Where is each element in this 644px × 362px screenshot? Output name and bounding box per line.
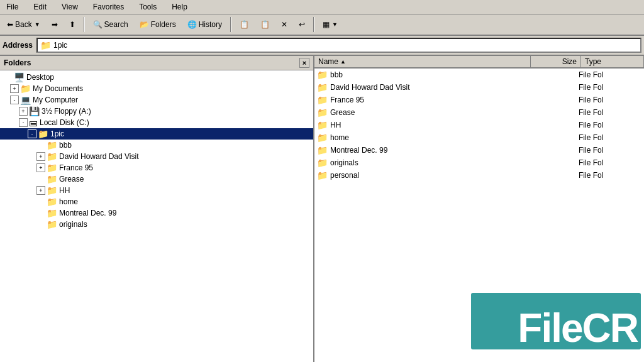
expand-local-disk[interactable]: - (19, 118, 28, 127)
tree-label-bbb: bbb (59, 141, 72, 150)
file-name-home: home (330, 133, 528, 142)
floppy-icon: 💾 (29, 106, 40, 116)
col-header-size[interactable]: Size (531, 56, 581, 67)
col-type-label: Type (585, 57, 601, 66)
file-row-montreal[interactable]: 📁 Montreal Dec. 99 File Fol (314, 144, 644, 156)
file-type-personal: File Fol (579, 171, 641, 180)
file-name-hh: HH (330, 121, 528, 129)
montreal-icon: 📁 (47, 208, 57, 218)
expand-hh[interactable]: + (36, 186, 45, 195)
toolbar: ⬅ Back ▼ ➡ ⬆ 🔍 Search 📂 Folders 🌐 Histor… (0, 14, 644, 36)
file-row-david-howard[interactable]: 📁 David Howard Dad Visit File Fol (314, 81, 644, 94)
tree-label-david-howard: David Howard Dad Visit (59, 152, 139, 161)
folder-panel-close-button[interactable]: × (299, 58, 309, 68)
file-icon-grease: 📁 (317, 107, 328, 118)
bbb-icon: 📁 (47, 140, 57, 150)
folder-panel-header: Folders × (0, 56, 313, 70)
col-header-name[interactable]: Name ▲ (314, 56, 531, 67)
tree-item-my-computer[interactable]: - 💻 My Computer (0, 94, 313, 106)
expand-floppy[interactable]: + (19, 107, 28, 116)
menu-help[interactable]: Help (168, 1, 191, 13)
file-name-france-95: France 95 (330, 96, 528, 104)
col-size-label: Size (562, 57, 577, 66)
my-computer-icon: 💻 (20, 95, 31, 105)
tree-item-bbb[interactable]: 📁 bbb (0, 140, 313, 151)
forward-button[interactable]: ➡ (47, 16, 62, 33)
tree-item-local-disk[interactable]: - 🖴 Local Disk (C:) (0, 117, 313, 128)
separator-3 (313, 17, 314, 32)
back-label: Back (15, 20, 32, 29)
expand-my-computer[interactable]: - (10, 96, 19, 104)
david-howard-icon: 📁 (47, 151, 57, 162)
file-row-france-95[interactable]: 📁 France 95 File Fol (314, 94, 644, 106)
file-type-grease: File Fol (579, 108, 641, 117)
file-type-home: File Fol (579, 133, 641, 142)
file-name-david-howard: David Howard Dad Visit (330, 83, 528, 92)
copy-to-icon: 📋 (240, 20, 249, 29)
file-row-bbb[interactable]: 📁 bbb File Fol (314, 69, 644, 81)
originals-icon: 📁 (47, 219, 57, 229)
file-row-grease[interactable]: 📁 Grease File Fol (314, 106, 644, 119)
col-header-type[interactable]: Type (581, 56, 644, 67)
file-name-personal: personal (330, 171, 528, 180)
file-list-header: Name ▲ Size Type (314, 56, 644, 69)
address-value: 1pic (53, 41, 67, 50)
separator-1 (84, 17, 85, 32)
tree-item-david-howard[interactable]: + 📁 David Howard Dad Visit (0, 151, 313, 162)
folder-panel-title: Folders (4, 58, 31, 67)
expand-my-documents[interactable]: + (10, 84, 19, 93)
file-type-bbb: File Fol (579, 70, 641, 79)
tree-item-france-95[interactable]: + 📁 France 95 (0, 162, 313, 173)
up-icon: ⬆ (69, 20, 75, 29)
tree-label-france-95: France 95 (59, 163, 93, 172)
back-icon: ⬅ (7, 20, 13, 29)
file-row-originals[interactable]: 📁 originals File Fol (314, 156, 644, 169)
file-type-montreal: File Fol (579, 146, 641, 155)
back-button[interactable]: ⬅ Back ▼ (3, 16, 45, 33)
move-to-button[interactable]: 📋 (256, 16, 274, 33)
address-label: Address (3, 41, 33, 50)
file-row-home[interactable]: 📁 home File Fol (314, 131, 644, 144)
file-name-originals: originals (330, 158, 528, 167)
address-input[interactable]: 📁 1pic (36, 38, 641, 53)
tree-item-home[interactable]: 📁 home (0, 196, 313, 207)
copy-to-button[interactable]: 📋 (235, 16, 253, 33)
delete-button[interactable]: ✕ (277, 16, 292, 33)
tree-item-hh[interactable]: + 📁 HH (0, 185, 313, 196)
expand-1pic[interactable]: - (28, 129, 36, 138)
tree-label-floppy: 3½ Floppy (A:) (42, 107, 91, 116)
menu-edit[interactable]: Edit (30, 1, 50, 13)
address-bar: Address 📁 1pic (0, 36, 644, 56)
undo-button[interactable]: ↩ (294, 16, 309, 33)
tree-item-my-documents[interactable]: + 📁 My Documents (0, 83, 313, 94)
tree-item-originals[interactable]: 📁 originals (0, 219, 313, 230)
tree-item-grease[interactable]: 📁 Grease (0, 173, 313, 185)
tree-item-floppy[interactable]: + 💾 3½ Floppy (A:) (0, 106, 313, 117)
history-button[interactable]: 🌐 History (183, 16, 226, 33)
file-icon-montreal: 📁 (317, 145, 328, 155)
folder-panel: Folders × 🖥️ Desktop + 📁 My Documents - (0, 56, 314, 362)
delete-icon: ✕ (281, 20, 287, 29)
tree-item-1pic[interactable]: - 📁 1pic (0, 128, 313, 140)
search-button[interactable]: 🔍 Search (89, 16, 133, 33)
views-button[interactable]: ▦ ▼ (318, 16, 342, 33)
france-95-icon: 📁 (47, 163, 57, 173)
menu-tools[interactable]: Tools (135, 1, 160, 13)
expand-david-howard[interactable]: + (36, 152, 45, 161)
menu-view[interactable]: View (58, 1, 82, 13)
file-type-hh: File Fol (579, 121, 641, 129)
tree-item-desktop[interactable]: 🖥️ Desktop (0, 72, 313, 83)
expand-france-95[interactable]: + (36, 163, 45, 172)
views-icon: ▦ (323, 20, 330, 29)
file-row-personal[interactable]: 📁 personal File Fol (314, 169, 644, 182)
file-row-hh[interactable]: 📁 HH File Fol (314, 119, 644, 131)
back-arrow-icon: ▼ (35, 21, 40, 28)
menu-favorites[interactable]: Favorites (89, 1, 128, 13)
my-documents-icon: 📁 (20, 84, 31, 94)
tree-item-montreal[interactable]: 📁 Montreal Dec. 99 (0, 207, 313, 219)
up-button[interactable]: ⬆ (65, 16, 80, 33)
file-icon-bbb: 📁 (317, 70, 328, 80)
menu-file[interactable]: File (3, 1, 22, 13)
folders-button[interactable]: 📂 Folders (135, 16, 180, 33)
file-icon-home: 📁 (317, 133, 328, 143)
